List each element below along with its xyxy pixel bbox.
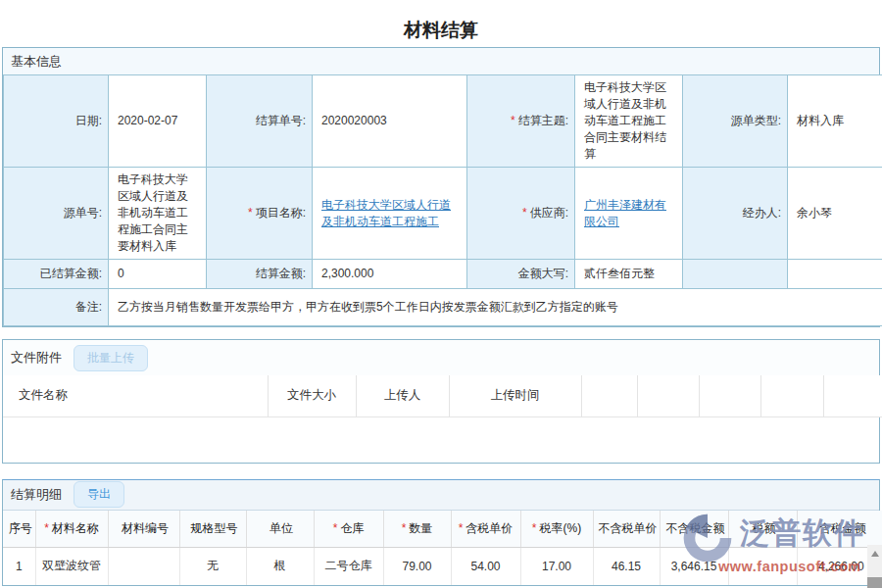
- cell-seq: 1: [3, 548, 35, 585]
- batch-upload-button[interactable]: 批量上传: [74, 345, 148, 371]
- col-seq: 序号: [3, 511, 35, 548]
- settle-amount-label: 结算金额:: [207, 260, 313, 289]
- attachments-section-title: 文件附件: [11, 349, 62, 367]
- attachments-empty-body: [3, 417, 879, 463]
- col-empty: [581, 375, 637, 416]
- supplier-link[interactable]: 广州丰泽建材有限公司: [584, 198, 666, 228]
- scrollbar-thumb[interactable]: [867, 577, 882, 588]
- settle-no-value: 2020020003: [313, 75, 467, 168]
- col-warehouse: *仓库: [314, 511, 383, 548]
- col-uploader: 上传人: [356, 375, 449, 416]
- project-label: *项目名称:: [207, 168, 313, 260]
- handler-value: 余小琴: [788, 168, 882, 260]
- col-empty: [760, 375, 823, 416]
- basic-info-row-2: 源单号: 电子科技大学区域人行道及非机动车道工程施工合同主要材料入库 *项目名称…: [4, 168, 882, 260]
- subject-value: 电子科技大学区域人行道及非机动车道工程施工合同主要材料结算: [575, 75, 683, 168]
- cell-price-without-tax: 46.15: [593, 548, 660, 585]
- basic-info-row-remark: 备注: 乙方按当月销售数量开发票给甲方，甲方在收到票5个工作日内按发票金额汇款到…: [4, 289, 882, 326]
- col-price-with-tax: *含税单价: [451, 511, 520, 548]
- attachments-header-row: 文件名称 文件大小 上传人 上传时间: [3, 375, 882, 416]
- attachments-section-head: 文件附件 批量上传: [3, 340, 879, 375]
- col-price-without-tax: 不含税单价: [593, 511, 660, 548]
- details-section-title: 结算明细: [11, 486, 62, 504]
- col-empty: [637, 375, 699, 416]
- cell-material-code: [108, 548, 179, 585]
- col-quantity: *数量: [383, 511, 451, 548]
- amount-words-label: 金额大写:: [467, 260, 575, 289]
- cell-warehouse: 二号仓库: [314, 548, 383, 585]
- amount-words-value: 贰仟叁佰元整: [575, 260, 683, 289]
- supplier-label: *供应商:: [467, 168, 575, 260]
- cell-price-with-tax: 54.00: [451, 548, 520, 585]
- source-type-value: 材料入库: [788, 75, 882, 168]
- empty-value-cell: [788, 260, 882, 289]
- cell-tax-rate: 17.00: [520, 548, 593, 585]
- attachments-section: 文件附件 批量上传 文件名称 文件大小 上传人 上传时间: [2, 339, 880, 464]
- cell-amount-without-tax: 3,646.15: [660, 548, 728, 585]
- settled-amount-label: 已结算金额:: [4, 260, 109, 289]
- subject-label: *结算主题:: [467, 75, 575, 168]
- col-tax-rate: *税率(%): [520, 511, 593, 548]
- col-file-name: 文件名称: [3, 375, 268, 416]
- page-title: 材料结算: [0, 0, 882, 47]
- scroll-up-arrow-icon[interactable]: [867, 545, 882, 563]
- settle-no-label: 结算单号:: [207, 75, 313, 168]
- required-asterisk: *: [522, 206, 527, 220]
- cell-unit: 根: [246, 548, 314, 585]
- col-spec-model: 规格型号: [179, 511, 246, 548]
- details-section-head: 结算明细 导出: [3, 480, 879, 511]
- project-value: 电子科技大学区域人行道及非机动车道工程施工: [313, 168, 467, 260]
- cell-tax-amount: [728, 548, 797, 585]
- cell-quantity: 79.00: [383, 548, 451, 585]
- col-amount-with-tax: 含税金额: [797, 511, 882, 548]
- settled-amount-value: 0: [109, 260, 207, 289]
- details-data-row: 1 双壁波纹管 无 根 二号仓库 79.00 54.00 17.00 46.15…: [3, 548, 882, 585]
- details-header-row: 序号 *材料名称 材料编号 规格型号 单位 *仓库 *数量 *含税单价 *税率(…: [3, 511, 882, 548]
- basic-info-section-title: 基本信息: [3, 48, 879, 74]
- export-button[interactable]: 导出: [74, 481, 124, 508]
- col-material-code: 材料编号: [108, 511, 179, 548]
- col-upload-time: 上传时间: [449, 375, 581, 416]
- col-unit: 单位: [246, 511, 314, 548]
- project-link[interactable]: 电子科技大学区域人行道及非机动车道工程施工: [321, 198, 451, 228]
- details-table: 序号 *材料名称 材料编号 规格型号 单位 *仓库 *数量 *含税单价 *税率(…: [3, 511, 882, 585]
- cell-material-name: 双壁波纹管: [35, 548, 108, 585]
- col-material-name: *材料名称: [35, 511, 108, 548]
- scrollbar[interactable]: [867, 545, 882, 588]
- required-asterisk: *: [511, 114, 515, 127]
- basic-info-section: 基本信息 日期: 2020-02-07 结算单号: 2020020003 *结算…: [2, 47, 880, 327]
- details-section: 结算明细 导出 序号 *材料名称 材料编号 规格型号 单位 *仓库 *数量 *含…: [2, 479, 880, 586]
- settle-amount-value: 2,300.000: [313, 260, 467, 289]
- basic-info-row-1: 日期: 2020-02-07 结算单号: 2020020003 *结算主题: 电…: [4, 75, 882, 168]
- handler-label: 经办人:: [683, 168, 788, 260]
- empty-label-cell: [683, 260, 788, 289]
- col-file-size: 文件大小: [268, 375, 356, 416]
- source-type-label: 源单类型:: [683, 75, 788, 168]
- required-asterisk: *: [248, 206, 253, 220]
- source-no-label: 源单号:: [4, 168, 109, 260]
- col-amount-without-tax: 不含税金额: [660, 511, 728, 548]
- remark-value: 乙方按当月销售数量开发票给甲方，甲方在收到票5个工作日内按发票金额汇款到乙方指定…: [109, 289, 882, 326]
- cell-spec-model: 无: [179, 548, 246, 585]
- col-tax-amount: 税额: [728, 511, 797, 548]
- basic-info-row-3: 已结算金额: 0 结算金额: 2,300.000 金额大写: 贰仟叁佰元整: [4, 260, 882, 289]
- source-no-value: 电子科技大学区域人行道及非机动车道工程施工合同主要材料入库: [109, 168, 207, 260]
- basic-info-table: 日期: 2020-02-07 结算单号: 2020020003 *结算主题: 电…: [3, 74, 882, 326]
- remark-label: 备注:: [4, 289, 109, 326]
- col-empty: [823, 375, 882, 416]
- attachments-table: 文件名称 文件大小 上传人 上传时间: [3, 375, 882, 417]
- supplier-value: 广州丰泽建材有限公司: [575, 168, 683, 260]
- date-value: 2020-02-07: [109, 75, 207, 168]
- date-label: 日期:: [4, 75, 109, 168]
- col-empty: [699, 375, 760, 416]
